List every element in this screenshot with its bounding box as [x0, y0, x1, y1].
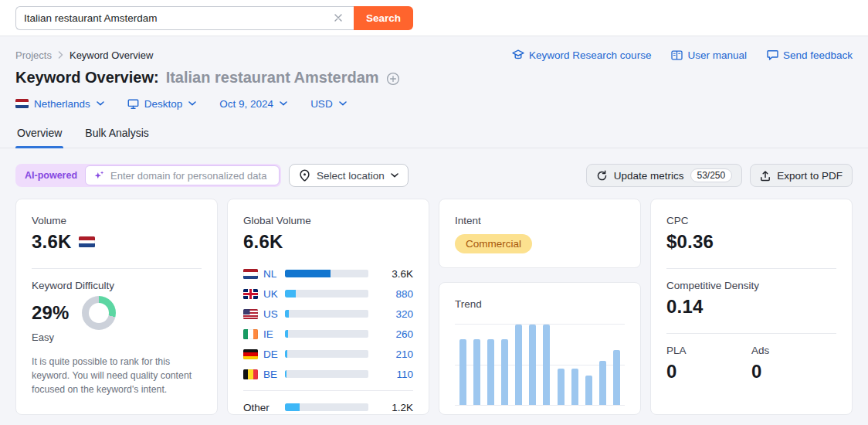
tab-bulk-analysis[interactable]: Bulk Analysis — [83, 124, 150, 148]
currency-filter-label: USD — [310, 98, 333, 110]
trend-bar — [585, 376, 592, 405]
volume-value[interactable]: 880 — [379, 288, 413, 300]
graduation-cap-icon — [512, 49, 524, 60]
netherlands-flag-icon — [15, 99, 29, 108]
chevron-down-icon — [280, 101, 287, 106]
country-code-link[interactable]: US — [263, 308, 285, 320]
cpc-label: CPC — [666, 215, 836, 226]
volume-value: 3.6K — [379, 268, 413, 280]
competitive-density-label: Competitive Density — [666, 280, 836, 291]
add-keyword-icon[interactable] — [386, 72, 400, 86]
volume-bar — [285, 350, 368, 358]
global-volume-value: 6.6K — [243, 231, 413, 253]
book-icon — [671, 50, 683, 60]
be-flag-icon — [243, 369, 258, 379]
currency-filter-dropdown[interactable]: USD — [310, 98, 347, 110]
trend-label: Trend — [455, 298, 625, 310]
intent-commercial-badge: Commercial — [455, 234, 532, 253]
chevron-down-icon — [188, 101, 196, 106]
device-filter-label: Desktop — [144, 98, 183, 110]
other-label: Other — [243, 402, 285, 413]
volume-bar — [285, 290, 368, 298]
breadcrumb-keyword-overview[interactable]: Keyword Overview — [70, 49, 153, 61]
trend-bar — [459, 339, 466, 405]
export-icon — [760, 170, 771, 182]
tab-bar: Overview Bulk Analysis — [0, 124, 868, 148]
date-filter-label: Oct 9, 2024 — [219, 98, 273, 110]
trend-bar — [613, 350, 620, 405]
uk-flag-icon — [243, 289, 258, 299]
country-code-link[interactable]: DE — [263, 348, 285, 360]
search-button[interactable]: Search — [354, 6, 413, 30]
volume-bar — [285, 310, 368, 318]
trend-bars — [459, 325, 620, 405]
volume-value[interactable]: 210 — [379, 348, 413, 360]
difficulty-level: Easy — [32, 332, 202, 343]
clear-search-icon[interactable] — [331, 13, 346, 22]
difficulty-donut-chart — [82, 296, 116, 330]
global-volume-country-row: NL3.6K — [243, 264, 413, 284]
page-title: Keyword Overview: — [15, 69, 159, 87]
keyword-difficulty-value: 29% — [32, 302, 70, 324]
update-metrics-button[interactable]: Update metrics 53/250 — [586, 164, 743, 187]
refresh-icon — [596, 170, 608, 182]
page-title-keyword: Italian restaurant Amsterdam — [166, 69, 379, 87]
chevron-down-icon — [97, 101, 104, 106]
export-pdf-button[interactable]: Export to PDF — [750, 164, 853, 187]
country-code-link[interactable]: UK — [263, 288, 285, 300]
ads-label: Ads — [751, 345, 836, 356]
global-volume-country-row: UK880 — [243, 284, 413, 304]
divider — [243, 390, 413, 391]
pla-label: PLA — [666, 345, 751, 356]
volume-bar — [285, 270, 368, 277]
volume-label: Volume — [32, 215, 202, 226]
volume-value[interactable]: 110 — [379, 369, 413, 380]
tab-overview[interactable]: Overview — [15, 124, 63, 148]
trend-bar — [515, 325, 522, 405]
trend-bar — [558, 369, 565, 405]
trend-bar — [543, 325, 550, 405]
volume-value[interactable]: 260 — [379, 328, 413, 340]
domain-input[interactable] — [110, 170, 271, 182]
global-volume-country-row: US320 — [243, 304, 413, 324]
country-filter-dropdown[interactable]: Netherlands — [15, 98, 104, 110]
volume-value[interactable]: 320 — [379, 308, 413, 320]
intent-card: Intent Commercial — [439, 199, 641, 268]
send-feedback-link[interactable]: Send feedback — [767, 49, 853, 61]
breadcrumb-projects[interactable]: Projects — [15, 49, 52, 61]
global-volume-card: Global Volume 6.6K NL3.6KUK880US320IE260… — [227, 199, 429, 415]
ai-powered-badge: AI-powered — [17, 170, 85, 181]
keyword-search-field[interactable] — [15, 6, 354, 30]
competitive-density-value: 0.14 — [666, 296, 836, 318]
location-pin-icon — [299, 169, 310, 182]
global-volume-other-row: Other1.2K — [243, 397, 413, 417]
device-filter-dropdown[interactable]: Desktop — [127, 98, 197, 110]
header-link-label: Send feedback — [783, 49, 853, 61]
volume-bar — [285, 403, 368, 411]
date-filter-dropdown[interactable]: Oct 9, 2024 — [219, 98, 287, 110]
nl-flag-icon — [243, 269, 258, 279]
select-location-dropdown[interactable]: Select location — [289, 164, 409, 187]
ai-powered-domain-widget: AI-powered — [15, 164, 281, 187]
global-volume-label: Global Volume — [243, 215, 413, 226]
country-code-link[interactable]: IE — [263, 328, 285, 340]
export-pdf-label: Export to PDF — [777, 170, 843, 182]
trend-chart — [455, 324, 625, 406]
trend-bar — [571, 369, 578, 405]
intent-label: Intent — [455, 215, 625, 226]
keyword-search-input[interactable] — [24, 12, 331, 24]
volume-value: 1.2K — [379, 402, 413, 413]
domain-input-field[interactable] — [85, 165, 280, 185]
divider — [666, 268, 836, 269]
keyword-research-course-link[interactable]: Keyword Research course — [512, 49, 651, 61]
volume-bar — [285, 330, 368, 338]
keyword-difficulty-label: Keyword Difficulty — [32, 280, 202, 291]
breadcrumb: Projects Keyword Overview — [15, 49, 153, 61]
volume-value: 3.6K — [32, 231, 72, 253]
user-manual-link[interactable]: User manual — [671, 49, 747, 61]
country-code-link[interactable]: NL — [263, 268, 285, 280]
update-metrics-label: Update metrics — [614, 170, 684, 182]
country-code-link[interactable]: BE — [263, 369, 285, 380]
global-volume-country-row: DE210 — [243, 344, 413, 364]
header-link-label: User manual — [687, 49, 747, 61]
